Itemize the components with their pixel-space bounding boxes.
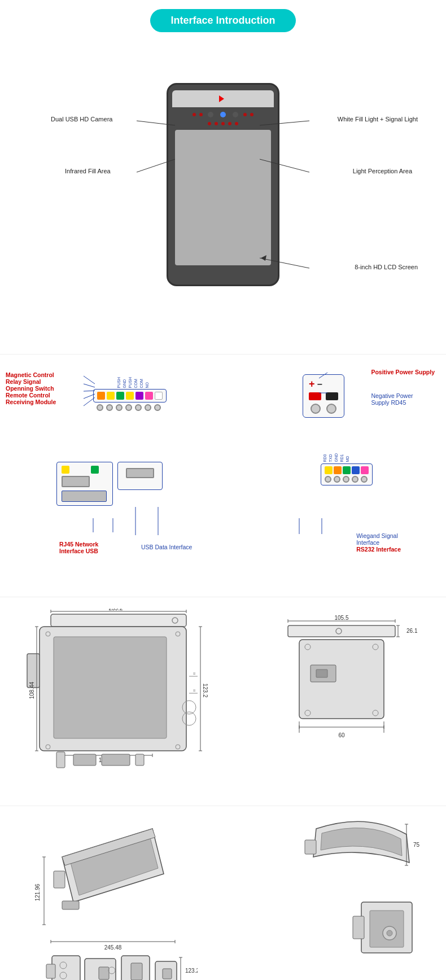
- svg-rect-91: [46, 964, 55, 978]
- w-pin-3: [343, 466, 351, 474]
- pin-2: [107, 392, 115, 400]
- svg-text:≡: ≡: [193, 688, 196, 693]
- positive-label: Positive Power Supply: [371, 369, 435, 375]
- side-dim-svg: 105.5 26.1 60: [271, 609, 429, 767]
- main-connector: PUSH GND PUSH COM COM NO: [93, 377, 167, 413]
- screw-7: [154, 404, 161, 411]
- terminal-black: [326, 392, 338, 400]
- screw-3: [116, 404, 123, 411]
- sensor-area: [168, 107, 278, 122]
- svg-text:245.48: 245.48: [104, 944, 122, 951]
- camera-center: [220, 112, 226, 117]
- usb-data-label: USB Data Interface: [141, 544, 192, 550]
- ir-dot-6: [215, 122, 218, 125]
- ir-dot-7: [221, 122, 225, 125]
- net-led-yellow: [62, 466, 69, 474]
- lcd-screen: [175, 130, 271, 265]
- interface-section: Magnetic Control Relay Signal Openning S…: [0, 354, 446, 597]
- negative2-label: Supply RD45: [371, 399, 435, 406]
- power-block: + −: [303, 374, 344, 418]
- net-spacer: [72, 466, 89, 474]
- w-screw-3: [343, 476, 349, 483]
- svg-text:75: 75: [413, 842, 420, 848]
- pin-label-no: NO: [145, 377, 149, 388]
- w-pin-2: [334, 466, 342, 474]
- pin-label-push2: PUSH: [128, 377, 132, 388]
- w-pin-1: [325, 466, 333, 474]
- network-block: [56, 462, 113, 506]
- svg-text:121.96: 121.96: [34, 883, 41, 901]
- side-dim-drawing: 105.5 26.1 60: [271, 609, 429, 768]
- device-body: [167, 83, 279, 286]
- power-screw-1: [311, 404, 321, 414]
- dual-usb-label: Dual USB HD Camera: [51, 116, 112, 123]
- dimensions-section: 239.2 ≡ ≡ 108.44: [0, 597, 446, 806]
- wiegand-pin-gnd: GND: [334, 453, 338, 462]
- wiegand-block-container: RD0 TXD GND RD1 MD: [321, 453, 373, 485]
- svg-text:108.44: 108.44: [29, 681, 35, 699]
- usb-data-block: [117, 462, 163, 490]
- page-header: Interface Introduction: [0, 0, 446, 38]
- camera-right: [233, 112, 238, 117]
- screw-5: [135, 404, 142, 411]
- wiegand-label: Wiegand Signal Interface RS232 Interface: [356, 532, 401, 553]
- w-pin-4: [352, 466, 360, 474]
- ir-dot-9: [235, 122, 238, 125]
- w-screw-1: [325, 476, 331, 483]
- main-connector-block: [93, 389, 167, 403]
- power-screws: [309, 404, 338, 414]
- net-port: [62, 476, 90, 487]
- svg-text:105.5: 105.5: [334, 615, 348, 621]
- pin-6: [145, 392, 153, 400]
- magnetic-label: Magnetic Control: [6, 371, 56, 378]
- net-leds: [62, 466, 108, 474]
- angle-views-section: 121.96 245.48: [0, 806, 446, 980]
- svg-rect-80: [54, 871, 65, 888]
- front-dim-svg: 239.2 ≡ ≡ 108.44: [17, 609, 209, 800]
- wiegand-pin-rd0: RD0: [323, 453, 327, 462]
- ir-dot-3: [243, 113, 247, 116]
- pin-label-push: PUSH: [117, 377, 121, 388]
- page-title: Interface Introduction: [150, 9, 295, 32]
- screw-1: [97, 404, 103, 411]
- relay-label: Relay Signal: [6, 378, 56, 385]
- pin-7: [155, 392, 163, 400]
- net-led-green: [91, 466, 99, 474]
- wiegand-screws: [325, 476, 369, 483]
- svg-rect-19: [51, 614, 186, 627]
- svg-rect-53: [135, 754, 144, 765]
- power-screw-2: [326, 404, 336, 414]
- screw-2: [106, 404, 113, 411]
- right-angle-drawing: 75: [277, 812, 429, 972]
- remote-label: Remote Control: [6, 392, 56, 399]
- pin-3: [116, 392, 124, 400]
- left-angle-svg: 121.96 245.48: [17, 812, 198, 980]
- device-front-illustration: [167, 83, 279, 286]
- indicator-triangle: [219, 95, 224, 102]
- svg-rect-105: [305, 840, 316, 854]
- svg-rect-95: [99, 967, 109, 979]
- screw-4: [125, 404, 132, 411]
- power-connector: + −: [303, 374, 344, 418]
- receiving-label: Receiving Module: [6, 399, 56, 405]
- pin-label-com2: COM: [139, 377, 143, 388]
- wiegand-block: [321, 463, 373, 485]
- pin-label-com: COM: [134, 377, 138, 388]
- device-top-bar: [172, 90, 274, 107]
- w-pin-5: [361, 466, 369, 474]
- plus-sign: +: [309, 378, 315, 390]
- svg-rect-81: [62, 901, 79, 909]
- infrared-label: Infrared Fill Area: [65, 168, 111, 174]
- device-front-section: Dual USB HD Camera Infrared Fill Area Wh…: [0, 38, 446, 354]
- rj45-label: RJ45 Network Interface USB: [59, 541, 98, 554]
- svg-point-114: [387, 930, 392, 936]
- w-screw-5: [361, 476, 368, 483]
- terminal-red: [309, 392, 321, 400]
- network-usb-row: [56, 462, 163, 506]
- wiegand-pin-rd1: RD1: [340, 453, 344, 462]
- svg-rect-51: [73, 754, 96, 765]
- w-screw-2: [334, 476, 340, 483]
- svg-rect-100: [163, 969, 172, 979]
- svg-rect-50: [56, 752, 65, 768]
- camera-left: [208, 112, 213, 117]
